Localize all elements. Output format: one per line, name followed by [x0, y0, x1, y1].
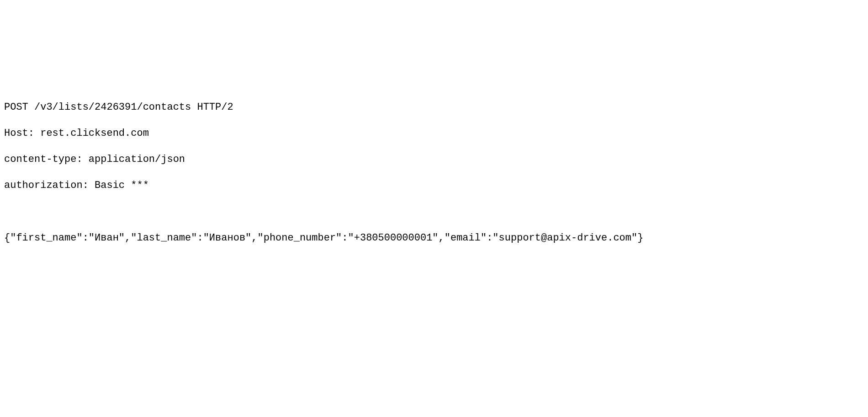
- header-host: Host: rest.clicksend.com: [4, 127, 868, 140]
- request-body: {"first_name":"Иван","last_name":"Иванов…: [4, 232, 868, 245]
- http-request-block: POST /v3/lists/2426391/contacts HTTP/2 H…: [0, 0, 868, 258]
- request-line: POST /v3/lists/2426391/contacts HTTP/2: [4, 101, 868, 114]
- header-content-type: content-type: application/json: [4, 153, 868, 166]
- blank-line: [4, 205, 868, 219]
- header-authorization: authorization: Basic ***: [4, 179, 868, 192]
